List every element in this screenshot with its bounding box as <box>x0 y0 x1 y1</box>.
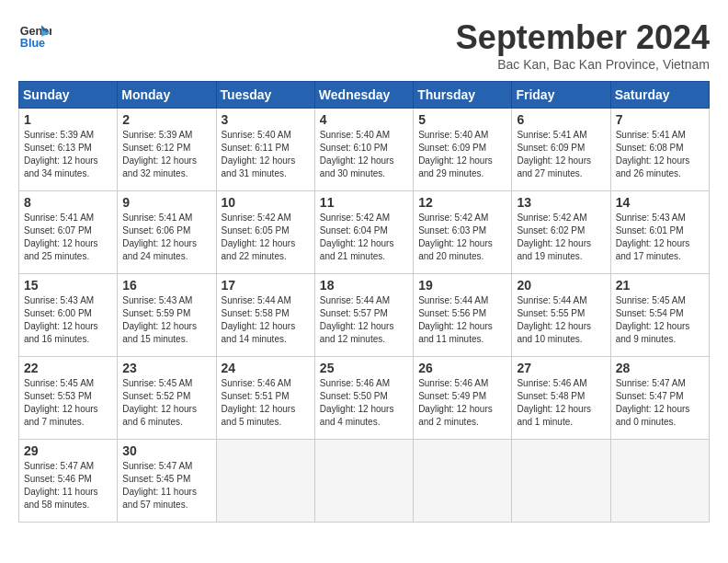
day-info: Sunrise: 5:39 AMSunset: 6:13 PMDaylight:… <box>24 129 112 180</box>
day-number: 4 <box>320 112 408 127</box>
table-row: 7Sunrise: 5:41 AMSunset: 6:08 PMDaylight… <box>610 109 709 191</box>
day-info: Sunrise: 5:44 AMSunset: 5:57 PMDaylight:… <box>320 294 408 346</box>
day-number: 28 <box>616 361 704 375</box>
day-info: Sunrise: 5:47 AMSunset: 5:47 PMDaylight:… <box>616 377 704 429</box>
col-sunday: Sunday <box>19 82 118 109</box>
day-info: Sunrise: 5:46 AMSunset: 5:50 PMDaylight:… <box>320 377 408 429</box>
title-section: September 2024 Bac Kan, Bac Kan Province… <box>456 18 710 72</box>
day-info: Sunrise: 5:39 AMSunset: 6:12 PMDaylight:… <box>122 129 210 180</box>
day-number: 8 <box>24 195 112 210</box>
day-info: Sunrise: 5:44 AMSunset: 5:56 PMDaylight:… <box>418 294 506 346</box>
table-row: 5Sunrise: 5:40 AMSunset: 6:09 PMDaylight… <box>414 109 512 191</box>
table-row <box>216 440 314 523</box>
day-number: 20 <box>517 278 605 293</box>
table-row: 14Sunrise: 5:43 AMSunset: 6:01 PMDayligh… <box>610 191 709 274</box>
table-row: 1Sunrise: 5:39 AMSunset: 6:13 PMDaylight… <box>19 109 118 191</box>
table-row <box>610 440 709 523</box>
table-row: 21Sunrise: 5:45 AMSunset: 5:54 PMDayligh… <box>610 274 709 357</box>
table-row: 4Sunrise: 5:40 AMSunset: 6:10 PMDaylight… <box>314 109 413 191</box>
table-row: 24Sunrise: 5:46 AMSunset: 5:51 PMDayligh… <box>216 357 314 440</box>
day-number: 11 <box>320 195 408 210</box>
day-info: Sunrise: 5:42 AMSunset: 6:02 PMDaylight:… <box>517 212 605 263</box>
table-row: 28Sunrise: 5:47 AMSunset: 5:47 PMDayligh… <box>610 357 709 440</box>
col-thursday: Thursday <box>414 82 512 109</box>
day-info: Sunrise: 5:47 AMSunset: 5:45 PMDaylight:… <box>122 460 210 511</box>
table-row: 29Sunrise: 5:47 AMSunset: 5:46 PMDayligh… <box>19 440 118 523</box>
day-number: 5 <box>418 112 506 127</box>
col-wednesday: Wednesday <box>314 82 413 109</box>
day-number: 30 <box>122 443 210 458</box>
day-number: 26 <box>418 361 506 375</box>
day-info: Sunrise: 5:41 AMSunset: 6:06 PMDaylight:… <box>122 212 210 263</box>
day-number: 3 <box>222 112 310 127</box>
table-row: 22Sunrise: 5:45 AMSunset: 5:53 PMDayligh… <box>19 357 118 440</box>
day-number: 23 <box>122 361 210 375</box>
day-info: Sunrise: 5:45 AMSunset: 5:54 PMDaylight:… <box>616 294 704 346</box>
table-row: 26Sunrise: 5:46 AMSunset: 5:49 PMDayligh… <box>414 357 512 440</box>
day-info: Sunrise: 5:43 AMSunset: 5:59 PMDaylight:… <box>122 294 210 346</box>
table-row <box>314 440 413 523</box>
location: Bac Kan, Bac Kan Province, Vietnam <box>456 57 710 72</box>
day-info: Sunrise: 5:40 AMSunset: 6:11 PMDaylight:… <box>222 129 310 180</box>
day-number: 2 <box>122 112 210 127</box>
day-info: Sunrise: 5:42 AMSunset: 6:05 PMDaylight:… <box>222 212 310 263</box>
col-monday: Monday <box>118 82 216 109</box>
day-info: Sunrise: 5:43 AMSunset: 6:00 PMDaylight:… <box>24 294 112 346</box>
table-row: 20Sunrise: 5:44 AMSunset: 5:55 PMDayligh… <box>512 274 610 357</box>
logo: General Blue <box>18 18 51 52</box>
day-number: 17 <box>222 278 310 293</box>
day-number: 7 <box>616 112 704 127</box>
day-info: Sunrise: 5:45 AMSunset: 5:53 PMDaylight:… <box>24 377 112 429</box>
table-row: 9Sunrise: 5:41 AMSunset: 6:06 PMDaylight… <box>118 191 216 274</box>
day-info: Sunrise: 5:46 AMSunset: 5:48 PMDaylight:… <box>517 377 605 429</box>
week-row: 29Sunrise: 5:47 AMSunset: 5:46 PMDayligh… <box>19 440 710 523</box>
svg-text:Blue: Blue <box>20 37 45 50</box>
month-title: September 2024 <box>456 18 710 57</box>
day-number: 14 <box>616 195 704 210</box>
day-info: Sunrise: 5:46 AMSunset: 5:49 PMDaylight:… <box>418 377 506 429</box>
table-row <box>414 440 512 523</box>
day-number: 10 <box>222 195 310 210</box>
day-info: Sunrise: 5:43 AMSunset: 6:01 PMDaylight:… <box>616 212 704 263</box>
day-number: 27 <box>517 361 605 375</box>
table-row: 16Sunrise: 5:43 AMSunset: 5:59 PMDayligh… <box>118 274 216 357</box>
day-number: 29 <box>24 443 112 458</box>
day-number: 9 <box>122 195 210 210</box>
week-row: 8Sunrise: 5:41 AMSunset: 6:07 PMDaylight… <box>19 191 710 274</box>
table-row: 11Sunrise: 5:42 AMSunset: 6:04 PMDayligh… <box>314 191 413 274</box>
table-row: 19Sunrise: 5:44 AMSunset: 5:56 PMDayligh… <box>414 274 512 357</box>
table-row: 10Sunrise: 5:42 AMSunset: 6:05 PMDayligh… <box>216 191 314 274</box>
day-number: 15 <box>24 278 112 293</box>
table-row: 12Sunrise: 5:42 AMSunset: 6:03 PMDayligh… <box>414 191 512 274</box>
table-row: 8Sunrise: 5:41 AMSunset: 6:07 PMDaylight… <box>19 191 118 274</box>
day-number: 24 <box>222 361 310 375</box>
day-info: Sunrise: 5:45 AMSunset: 5:52 PMDaylight:… <box>122 377 210 429</box>
day-info: Sunrise: 5:40 AMSunset: 6:09 PMDaylight:… <box>418 129 506 180</box>
day-info: Sunrise: 5:41 AMSunset: 6:09 PMDaylight:… <box>517 129 605 180</box>
day-number: 25 <box>320 361 408 375</box>
day-number: 6 <box>517 112 605 127</box>
calendar-header-row: Sunday Monday Tuesday Wednesday Thursday… <box>19 82 710 109</box>
day-number: 13 <box>517 195 605 210</box>
day-info: Sunrise: 5:46 AMSunset: 5:51 PMDaylight:… <box>222 377 310 429</box>
day-number: 22 <box>24 361 112 375</box>
day-info: Sunrise: 5:44 AMSunset: 5:55 PMDaylight:… <box>517 294 605 346</box>
table-row: 27Sunrise: 5:46 AMSunset: 5:48 PMDayligh… <box>512 357 610 440</box>
table-row: 17Sunrise: 5:44 AMSunset: 5:58 PMDayligh… <box>216 274 314 357</box>
table-row: 6Sunrise: 5:41 AMSunset: 6:09 PMDaylight… <box>512 109 610 191</box>
day-number: 12 <box>418 195 506 210</box>
day-info: Sunrise: 5:47 AMSunset: 5:46 PMDaylight:… <box>24 460 112 511</box>
day-number: 1 <box>24 112 112 127</box>
day-info: Sunrise: 5:42 AMSunset: 6:03 PMDaylight:… <box>418 212 506 263</box>
page-header: General Blue September 2024 Bac Kan, Bac… <box>18 18 710 72</box>
week-row: 1Sunrise: 5:39 AMSunset: 6:13 PMDaylight… <box>19 109 710 191</box>
col-tuesday: Tuesday <box>216 82 314 109</box>
day-info: Sunrise: 5:41 AMSunset: 6:08 PMDaylight:… <box>616 129 704 180</box>
table-row: 13Sunrise: 5:42 AMSunset: 6:02 PMDayligh… <box>512 191 610 274</box>
table-row: 18Sunrise: 5:44 AMSunset: 5:57 PMDayligh… <box>314 274 413 357</box>
table-row: 25Sunrise: 5:46 AMSunset: 5:50 PMDayligh… <box>314 357 413 440</box>
calendar-table: Sunday Monday Tuesday Wednesday Thursday… <box>18 81 710 523</box>
day-info: Sunrise: 5:42 AMSunset: 6:04 PMDaylight:… <box>320 212 408 263</box>
day-number: 16 <box>122 278 210 293</box>
table-row: 2Sunrise: 5:39 AMSunset: 6:12 PMDaylight… <box>118 109 216 191</box>
